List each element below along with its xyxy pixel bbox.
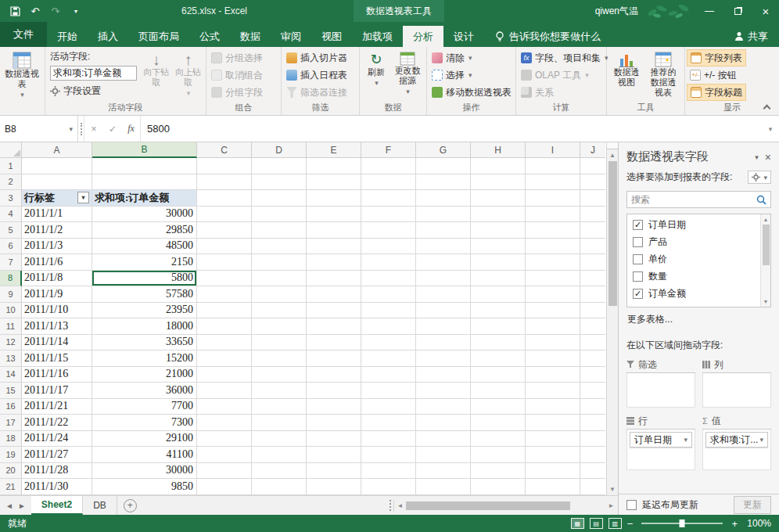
formula-bar-splitter[interactable] bbox=[78, 116, 84, 142]
name-box[interactable]: B8 ▾ bbox=[0, 116, 78, 142]
cell-D18[interactable] bbox=[252, 431, 307, 448]
cell-B13[interactable]: 15200 bbox=[92, 350, 197, 367]
cell-H4[interactable] bbox=[471, 207, 526, 223]
cell-G17[interactable] bbox=[416, 415, 471, 431]
row-header-21[interactable]: 21 bbox=[0, 479, 22, 495]
horizontal-scrollbar[interactable]: ◄ ► bbox=[393, 500, 617, 512]
horizontal-scroll-thumb[interactable] bbox=[406, 501, 570, 510]
plus-minus-buttons-toggle[interactable]: +/-+/- 按钮 bbox=[687, 66, 746, 84]
change-data-source-button[interactable]: 更改数据源 ▾ bbox=[391, 48, 424, 101]
cell-J5[interactable] bbox=[580, 222, 605, 239]
cell-F20[interactable] bbox=[361, 463, 416, 480]
cell-A21[interactable]: 2011/1/30 bbox=[22, 479, 92, 495]
cell-E5[interactable] bbox=[307, 222, 361, 239]
cell-J11[interactable] bbox=[580, 318, 605, 335]
cell-G1[interactable] bbox=[416, 158, 471, 174]
cell-J20[interactable] bbox=[580, 463, 605, 480]
more-tables-link[interactable]: 更多表格... bbox=[619, 307, 779, 329]
cell-F9[interactable] bbox=[361, 286, 416, 303]
cell-C13[interactable] bbox=[197, 350, 252, 367]
cell-E1[interactable] bbox=[307, 158, 361, 174]
cell-C9[interactable] bbox=[197, 286, 252, 303]
cell-I5[interactable] bbox=[526, 222, 580, 239]
zoom-slider[interactable] bbox=[641, 523, 723, 524]
cell-J4[interactable] bbox=[580, 207, 605, 223]
filter-connections-button[interactable]: 筛选器连接 bbox=[283, 84, 350, 101]
new-sheet-button[interactable]: + bbox=[124, 499, 137, 512]
cell-A15[interactable]: 2011/1/17 bbox=[22, 383, 92, 399]
scroll-up-icon[interactable]: ▲ bbox=[763, 214, 769, 225]
field-checkbox[interactable] bbox=[633, 220, 643, 230]
cell-D7[interactable] bbox=[252, 254, 307, 271]
select-all-corner[interactable] bbox=[0, 142, 22, 158]
cell-F13[interactable] bbox=[361, 350, 416, 367]
row-header-16[interactable]: 16 bbox=[0, 399, 22, 415]
cell-A9[interactable]: 2011/1/9 bbox=[22, 286, 92, 303]
scroll-left-icon[interactable]: ◄ bbox=[394, 502, 406, 509]
cell-D6[interactable] bbox=[252, 239, 307, 255]
cell-B3[interactable]: 求和项:订单金额 bbox=[92, 190, 197, 207]
cell-B8[interactable]: 5800 bbox=[92, 271, 197, 287]
cell-J21[interactable] bbox=[580, 479, 605, 495]
cell-D13[interactable] bbox=[252, 350, 307, 367]
field-item-2[interactable]: 单价 bbox=[627, 250, 760, 268]
cell-G7[interactable] bbox=[416, 254, 471, 271]
cell-I21[interactable] bbox=[526, 479, 580, 495]
cell-C15[interactable] bbox=[197, 383, 252, 399]
tab-scroll-splitter[interactable] bbox=[387, 500, 393, 511]
undo-icon[interactable]: ↶ bbox=[27, 2, 44, 20]
cell-I9[interactable] bbox=[526, 286, 580, 303]
cell-F14[interactable] bbox=[361, 367, 416, 383]
columns-area-box[interactable] bbox=[702, 373, 771, 408]
area-field-chip[interactable]: 求和项:订...▾ bbox=[705, 432, 768, 448]
cell-H21[interactable] bbox=[471, 479, 526, 495]
olap-tools-button[interactable]: OLAP 工具▾ bbox=[518, 66, 612, 84]
cell-G9[interactable] bbox=[416, 286, 471, 303]
cell-D1[interactable] bbox=[252, 158, 307, 174]
cell-D8[interactable] bbox=[252, 271, 307, 287]
cell-B21[interactable]: 9850 bbox=[92, 479, 197, 495]
cell-D12[interactable] bbox=[252, 335, 307, 351]
scroll-thumb[interactable] bbox=[763, 225, 770, 265]
pivotchart-button[interactable]: 数据透视图 bbox=[608, 48, 644, 101]
update-button[interactable]: 更新 bbox=[734, 496, 771, 514]
cell-F16[interactable] bbox=[361, 399, 416, 415]
tab-review[interactable]: 审阅 bbox=[271, 26, 311, 47]
filters-area-box[interactable] bbox=[626, 373, 695, 408]
save-icon[interactable] bbox=[6, 2, 23, 20]
field-settings-button[interactable]: 字段设置 bbox=[50, 83, 137, 99]
cell-I1[interactable] bbox=[526, 158, 580, 174]
cell-C21[interactable] bbox=[197, 479, 252, 495]
field-list-scrollbar[interactable]: ▲ ▼ bbox=[760, 214, 770, 307]
select-button[interactable]: 选择▾ bbox=[429, 66, 515, 84]
cell-I12[interactable] bbox=[526, 335, 580, 351]
cell-F5[interactable] bbox=[361, 222, 416, 239]
cell-I3[interactable] bbox=[526, 190, 580, 207]
cell-D16[interactable] bbox=[252, 399, 307, 415]
cell-J2[interactable] bbox=[580, 174, 605, 191]
cell-H8[interactable] bbox=[471, 271, 526, 287]
cell-E12[interactable] bbox=[307, 335, 361, 351]
cell-A3[interactable]: 行标签▾ bbox=[22, 190, 92, 207]
normal-view-icon[interactable]: ▦ bbox=[571, 518, 584, 529]
cell-F4[interactable] bbox=[361, 207, 416, 223]
cell-G12[interactable] bbox=[416, 335, 471, 351]
sheet-nav-prev-icon[interactable]: ◄ bbox=[5, 501, 13, 510]
cell-F8[interactable] bbox=[361, 271, 416, 287]
cell-G16[interactable] bbox=[416, 399, 471, 415]
cell-F15[interactable] bbox=[361, 383, 416, 399]
vertical-scrollbar[interactable]: ▲ ▼ bbox=[606, 142, 618, 495]
cell-E2[interactable] bbox=[307, 174, 361, 191]
cell-G10[interactable] bbox=[416, 303, 471, 319]
cell-D11[interactable] bbox=[252, 318, 307, 335]
cell-A16[interactable]: 2011/1/21 bbox=[22, 399, 92, 415]
cell-G11[interactable] bbox=[416, 318, 471, 335]
zoom-level[interactable]: 100% bbox=[743, 518, 771, 529]
row-header-19[interactable]: 19 bbox=[0, 447, 22, 463]
cell-I13[interactable] bbox=[526, 350, 580, 367]
cell-E21[interactable] bbox=[307, 479, 361, 495]
cell-A11[interactable]: 2011/1/13 bbox=[22, 318, 92, 335]
cell-E18[interactable] bbox=[307, 431, 361, 448]
row-header-12[interactable]: 12 bbox=[0, 335, 22, 351]
cell-J12[interactable] bbox=[580, 335, 605, 351]
